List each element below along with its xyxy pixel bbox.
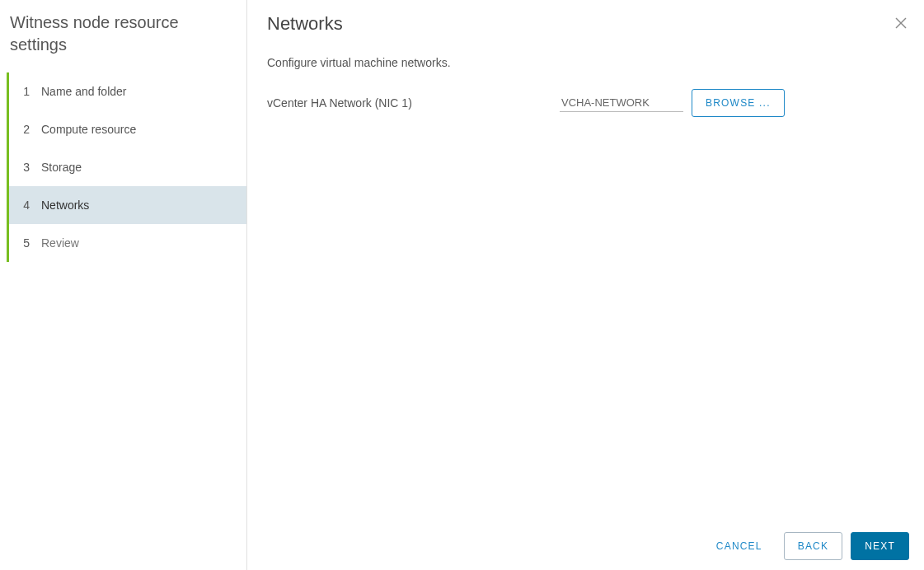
step-number: 4 [23,198,30,213]
step-label: Compute resource [41,122,136,137]
step-number: 5 [23,236,30,250]
step-number: 1 [23,84,30,99]
step-name-and-folder[interactable]: 1 Name and folder [9,72,246,110]
nic1-label: vCenter HA Network (NIC 1) [267,96,551,110]
step-label: Review [41,236,79,250]
step-label: Networks [41,198,89,213]
step-label: Name and folder [41,84,127,99]
step-number: 2 [23,122,30,137]
page-heading: Networks [267,13,343,35]
close-icon[interactable] [894,16,909,31]
step-compute-resource[interactable]: 2 Compute resource [9,110,246,148]
steps-list: 1 Name and folder 2 Compute resource 3 S… [7,72,246,262]
header-row: Networks [267,13,909,56]
wizard-sidebar: Witness node resource settings 1 Name an… [0,0,247,570]
main-panel: Networks Configure virtual machine netwo… [247,0,924,570]
step-networks[interactable]: 4 Networks [9,186,246,224]
step-label: Storage [41,160,82,175]
back-button[interactable]: BACK [784,532,842,560]
nic1-input[interactable] [560,94,683,112]
browse-button[interactable]: BROWSE ... [692,89,785,117]
cancel-button[interactable]: CANCEL [703,533,776,559]
page-subtitle: Configure virtual machine networks. [267,56,909,69]
step-storage[interactable]: 3 Storage [9,148,246,186]
wizard-title: Witness node resource settings [0,12,246,72]
step-number: 3 [23,160,30,175]
step-review[interactable]: 5 Review [9,224,246,262]
nic1-row: vCenter HA Network (NIC 1) BROWSE ... [267,89,909,117]
wizard-footer: CANCEL BACK NEXT [267,522,909,560]
next-button[interactable]: NEXT [851,532,909,560]
